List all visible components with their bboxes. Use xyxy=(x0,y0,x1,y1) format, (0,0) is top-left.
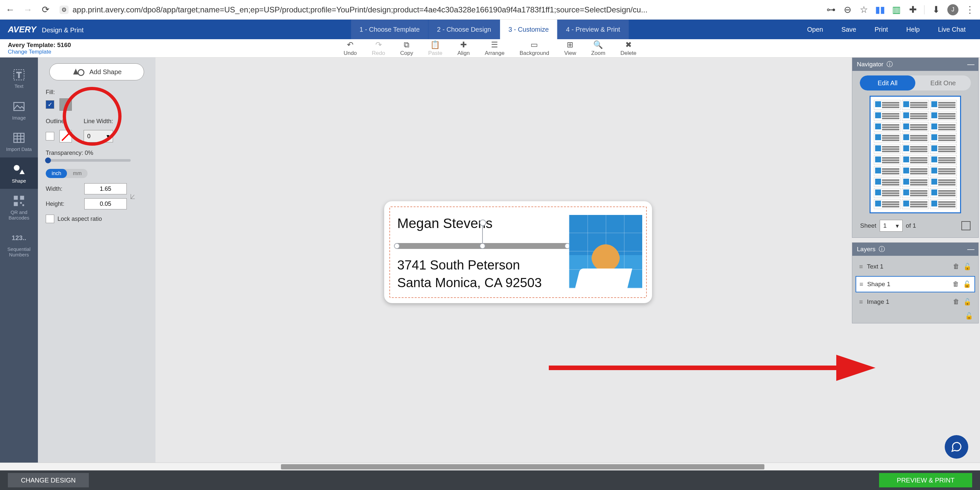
extensions-puzzle-icon[interactable]: ✚ xyxy=(908,5,918,15)
rail-import-data[interactable]: Import Data xyxy=(0,126,38,158)
url-bar[interactable]: ⚙ app.print.avery.com/dpo8/app/target;na… xyxy=(56,5,821,14)
rail-qr-barcodes[interactable]: QR and Barcodes xyxy=(0,189,38,226)
info-icon[interactable]: ⓘ xyxy=(886,60,893,68)
tool-zoom[interactable]: 🔍Zoom xyxy=(591,40,605,57)
svg-rect-13 xyxy=(20,202,22,204)
trash-icon[interactable]: 🗑 xyxy=(953,262,959,270)
tool-align[interactable]: ✚Align xyxy=(457,40,470,57)
width-input[interactable] xyxy=(84,183,127,194)
layer-shape-1[interactable]: ≡Shape 1🗑🔓 xyxy=(856,276,975,293)
tool-delete[interactable]: ✖Delete xyxy=(620,40,636,57)
live-chat-link[interactable]: Live Chat xyxy=(938,26,966,33)
unit-mm[interactable]: mm xyxy=(67,169,88,178)
link-dimensions-icon[interactable]: ⟀ xyxy=(130,192,135,201)
rail-shape[interactable]: Shape xyxy=(0,158,38,189)
navigator-header[interactable]: Navigatorⓘ— xyxy=(852,58,978,71)
unit-toggle[interactable]: inch mm xyxy=(46,169,88,178)
avery-logo[interactable]: AVERY Design & Print xyxy=(0,24,84,35)
label-preview[interactable]: Megan Stevens 3741 South PetersonSanta M… xyxy=(384,201,652,303)
lock-icon[interactable]: 🔓 xyxy=(963,280,971,288)
fill-checkbox[interactable]: ✓ xyxy=(46,100,54,109)
chat-fab[interactable] xyxy=(945,435,968,459)
divider xyxy=(924,5,924,14)
minimize-icon[interactable]: — xyxy=(967,245,974,253)
lock-aspect-checkbox[interactable] xyxy=(46,215,54,223)
grip-icon[interactable]: ≡ xyxy=(859,281,863,288)
zoom-out-icon[interactable]: ⊖ xyxy=(843,5,852,15)
tool-view[interactable]: ⊞View xyxy=(564,40,576,57)
preview-print-button[interactable]: PREVIEW & PRINT xyxy=(879,473,972,487)
zoom-icon: 🔍 xyxy=(593,40,603,49)
extension-icon[interactable]: ▥ xyxy=(891,5,901,15)
outline-checkbox[interactable] xyxy=(46,132,54,140)
trash-icon[interactable]: 🗑 xyxy=(953,280,959,288)
save-link[interactable]: Save xyxy=(842,26,856,33)
lock-icon[interactable]: 🔓 xyxy=(963,262,972,270)
nav-reload-icon[interactable]: ⟳ xyxy=(40,5,50,15)
chrome-menu-icon[interactable]: ⋮ xyxy=(965,5,975,15)
layer-image-1[interactable]: ≡Image 1🗑🔓 xyxy=(856,294,975,310)
tool-background[interactable]: ▭Background xyxy=(519,40,549,57)
trash-icon[interactable]: 🗑 xyxy=(953,298,959,306)
print-link[interactable]: Print xyxy=(875,26,888,33)
help-link[interactable]: Help xyxy=(906,26,920,33)
slider-thumb[interactable] xyxy=(45,158,51,163)
download-icon[interactable]: ⬇ xyxy=(931,5,941,15)
label-address-text[interactable]: 3741 South PetersonSanta Monica, CA 9250… xyxy=(397,256,542,291)
horizontal-scrollbar[interactable] xyxy=(0,463,980,470)
design-canvas[interactable]: Megan Stevens 3741 South PetersonSanta M… xyxy=(156,57,852,470)
password-key-icon[interactable]: ⊶ xyxy=(826,5,836,15)
add-sheet-button[interactable] xyxy=(961,221,970,230)
add-shape-button[interactable]: Add Shape xyxy=(49,64,144,80)
edit-all-button[interactable]: Edit All xyxy=(860,75,915,91)
line-width-select[interactable]: 0▾ xyxy=(84,130,113,142)
unit-inch[interactable]: inch xyxy=(46,169,67,178)
left-rail: TText Image Import Data Shape QR and Bar… xyxy=(0,57,38,470)
info-icon[interactable]: ⓘ xyxy=(879,245,885,253)
bookmark-star-icon[interactable]: ☆ xyxy=(859,5,869,15)
profile-avatar[interactable]: J xyxy=(947,4,958,15)
edit-mode-toggle[interactable]: Edit All Edit One xyxy=(860,75,971,91)
fill-color-swatch[interactable] xyxy=(59,98,72,111)
label-name-text[interactable]: Megan Stevens xyxy=(397,216,493,231)
outline-color-swatch[interactable] xyxy=(59,130,72,142)
lock-icon[interactable]: 🔓 xyxy=(963,298,972,306)
grip-icon[interactable]: ≡ xyxy=(859,298,863,306)
transparency-slider[interactable] xyxy=(46,159,130,162)
site-settings-icon[interactable]: ⚙ xyxy=(59,6,68,14)
scrollbar-thumb[interactable] xyxy=(281,464,764,469)
app-header: AVERY Design & Print 1 - Choose Template… xyxy=(0,20,980,39)
step-preview-print[interactable]: 4 - Preview & Print xyxy=(558,20,629,39)
resize-handle-middle[interactable] xyxy=(480,243,485,249)
lock-icon[interactable]: 🔓 xyxy=(965,312,973,320)
tool-arrange[interactable]: ☰Arrange xyxy=(485,40,504,57)
height-input[interactable] xyxy=(84,198,127,209)
svg-rect-10 xyxy=(14,196,18,200)
rail-sequential-numbers[interactable]: 123..Sequential Numbers xyxy=(0,226,38,262)
step-customize[interactable]: 3 - Customize xyxy=(500,20,557,39)
tool-undo[interactable]: ↶Undo xyxy=(344,40,357,57)
change-design-button[interactable]: CHANGE DESIGN xyxy=(8,473,89,487)
text-icon: T xyxy=(12,68,26,82)
sheet-select[interactable]: 1▾ xyxy=(880,220,902,232)
nav-back-icon[interactable]: ← xyxy=(5,5,15,15)
layer-text-1[interactable]: ≡Text 1🗑🔓 xyxy=(856,258,975,275)
sheet-preview[interactable] xyxy=(870,96,961,213)
nav-forward-icon[interactable]: → xyxy=(23,5,33,15)
grip-icon[interactable]: ≡ xyxy=(859,263,863,270)
open-link[interactable]: Open xyxy=(807,26,823,33)
label-image[interactable] xyxy=(569,215,642,288)
change-template-link[interactable]: Change Template xyxy=(8,49,71,55)
browser-toolbar: ← → ⟳ ⚙ app.print.avery.com/dpo8/app/tar… xyxy=(0,0,980,20)
tool-copy[interactable]: ⧉Copy xyxy=(400,40,413,57)
step-choose-design[interactable]: 2 - Choose Design xyxy=(429,20,500,39)
minimize-icon[interactable]: — xyxy=(967,60,974,68)
resize-handle-left[interactable] xyxy=(394,243,400,249)
step-choose-template[interactable]: 1 - Choose Template xyxy=(351,20,429,39)
extension-icon[interactable]: ▮▮ xyxy=(875,5,885,15)
rotation-handle[interactable] xyxy=(480,220,486,226)
edit-one-button[interactable]: Edit One xyxy=(915,75,971,91)
rail-text[interactable]: TText xyxy=(0,63,38,94)
layers-header[interactable]: Layersⓘ— xyxy=(852,243,978,256)
rail-image[interactable]: Image xyxy=(0,94,38,126)
